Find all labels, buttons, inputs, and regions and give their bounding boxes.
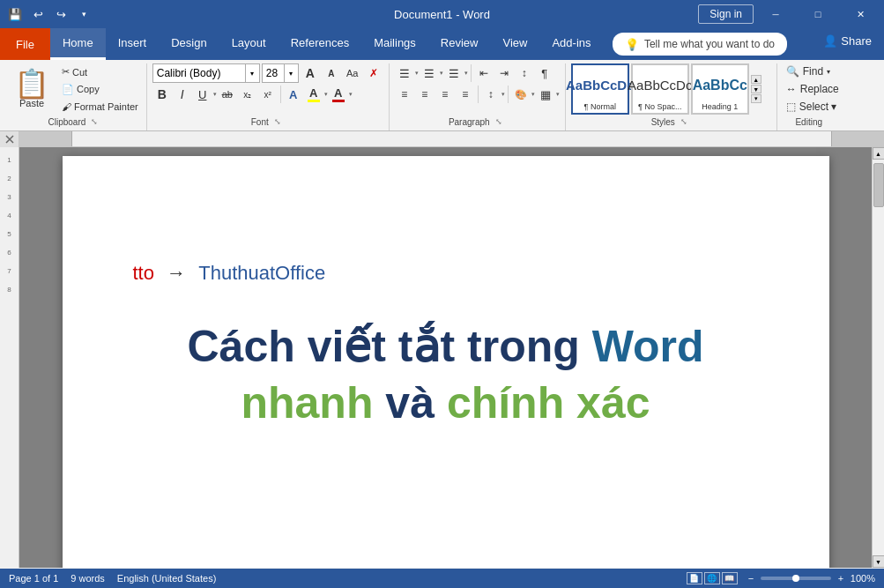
- multilevel-button[interactable]: ☰: [444, 63, 464, 83]
- scroll-up-btn[interactable]: ▲: [873, 147, 885, 160]
- select-button[interactable]: ⬚ Select ▾: [783, 99, 841, 115]
- format-painter-button[interactable]: 🖌 Format Painter: [59, 100, 141, 113]
- paste-button[interactable]: 📋 Paste: [9, 63, 55, 115]
- style-heading1-preview: AaBbCc: [693, 78, 747, 93]
- bullets-dropdown[interactable]: ▾: [415, 70, 419, 77]
- vertical-scrollbar[interactable]: ▲ ▼: [872, 147, 884, 568]
- zoom-out-btn[interactable]: −: [745, 572, 757, 584]
- find-dropdown[interactable]: ▾: [827, 68, 830, 76]
- underline-dropdown[interactable]: ▾: [213, 91, 217, 98]
- numbered-dropdown[interactable]: ▾: [440, 70, 443, 77]
- styles-scroll-down[interactable]: ▼: [751, 85, 761, 93]
- font-grow-button[interactable]: A: [301, 63, 320, 83]
- title-bar: 💾 ↩ ↪ ▾ Document1 - Word Sign in ─ □ ✕: [0, 0, 884, 28]
- align-left-button[interactable]: ≡: [395, 85, 414, 104]
- styles-scroll-up[interactable]: ▲: [751, 75, 761, 84]
- find-button[interactable]: 🔍 Find ▾: [783, 63, 834, 79]
- align-center-button[interactable]: ≡: [415, 85, 435, 104]
- copy-button[interactable]: 📄 Copy: [59, 83, 141, 96]
- bold-button[interactable]: B: [152, 85, 172, 104]
- sort-button[interactable]: ↕: [515, 63, 534, 83]
- design-menu[interactable]: Design: [159, 28, 219, 60]
- change-case-button[interactable]: Aa: [343, 63, 362, 83]
- font-color-dropdown[interactable]: ▾: [349, 91, 353, 98]
- font-shrink-button[interactable]: A: [322, 63, 341, 83]
- borders-dropdown[interactable]: ▾: [556, 91, 560, 98]
- ruler-corner[interactable]: [0, 131, 19, 147]
- document-area: tto → ThuthuatOffice Cách viết tắt trong…: [19, 147, 872, 568]
- layout-menu[interactable]: Layout: [219, 28, 279, 60]
- scroll-thumb[interactable]: [873, 163, 884, 207]
- strikethrough-button[interactable]: ab: [218, 85, 237, 104]
- highlight-dropdown[interactable]: ▾: [324, 91, 328, 98]
- style-normal[interactable]: AaBbCcDc ¶ Normal: [571, 63, 629, 115]
- undo-btn[interactable]: ↩: [28, 4, 48, 24]
- increase-indent-button[interactable]: ⇥: [494, 63, 514, 83]
- home-menu[interactable]: Home: [50, 28, 106, 60]
- insert-menu[interactable]: Insert: [106, 28, 160, 60]
- font-name-combo[interactable]: Calibri (Body) ▾: [152, 63, 260, 83]
- share-button[interactable]: 👤 Share: [816, 33, 879, 49]
- clipboard-expand-icon[interactable]: ⤡: [87, 115, 101, 129]
- text-effect-button[interactable]: A: [284, 85, 303, 104]
- print-layout-btn[interactable]: 📄: [687, 572, 702, 584]
- font-expand-icon[interactable]: ⤡: [271, 115, 285, 129]
- style-no-spacing[interactable]: AaBbCcDc ¶ No Spac...: [631, 63, 689, 115]
- text-highlight-button[interactable]: A: [304, 85, 323, 104]
- italic-button[interactable]: I: [173, 85, 192, 104]
- line-spacing-button[interactable]: ↕: [481, 85, 501, 104]
- justify-button[interactable]: ≡: [456, 85, 475, 104]
- page-info[interactable]: Page 1 of 1: [9, 573, 58, 584]
- minimize-button[interactable]: ─: [755, 0, 796, 28]
- zoom-thumb[interactable]: [792, 575, 799, 582]
- font-color-button[interactable]: A: [329, 85, 348, 104]
- read-mode-btn[interactable]: 📖: [722, 572, 738, 584]
- save-quick-btn[interactable]: 💾: [5, 4, 25, 24]
- shading-dropdown[interactable]: ▾: [531, 91, 535, 98]
- bullets-button[interactable]: ☰: [395, 63, 414, 83]
- web-layout-btn[interactable]: 🌐: [704, 572, 720, 584]
- review-menu[interactable]: Review: [428, 28, 491, 60]
- decrease-indent-button[interactable]: ⇤: [474, 63, 494, 83]
- thuthuat-text: ThuthuatOffice: [198, 262, 325, 284]
- references-menu[interactable]: References: [279, 28, 361, 60]
- style-heading1[interactable]: AaBbCc Heading 1: [691, 63, 749, 115]
- font-size-combo[interactable]: 28 ▾: [262, 63, 299, 83]
- word-count[interactable]: 9 words: [71, 573, 105, 584]
- addins-menu[interactable]: Add-ins: [539, 28, 603, 60]
- signin-button[interactable]: Sign in: [698, 4, 754, 24]
- numbered-button[interactable]: ☰: [420, 63, 439, 83]
- zoom-slider[interactable]: [761, 577, 831, 580]
- underline-button[interactable]: U: [193, 85, 212, 104]
- borders-button[interactable]: ▦: [536, 85, 555, 104]
- paste-icon: 📋: [14, 70, 49, 98]
- paragraph-expand-icon[interactable]: ⤡: [492, 115, 506, 129]
- clear-format-button[interactable]: ✗: [364, 63, 383, 83]
- para-sep1: [471, 64, 472, 82]
- subscript-button[interactable]: x₂: [238, 85, 257, 104]
- mailings-menu[interactable]: Mailings: [361, 28, 428, 60]
- language[interactable]: English (United States): [117, 573, 217, 584]
- redo-btn[interactable]: ↪: [51, 4, 71, 24]
- ruler-ticks: // Will be rendered via inline style tic…: [72, 131, 831, 146]
- zoom-in-btn[interactable]: +: [835, 572, 847, 584]
- view-menu[interactable]: View: [490, 28, 539, 60]
- styles-scroll-more[interactable]: ▾: [751, 94, 761, 103]
- multilevel-dropdown[interactable]: ▾: [464, 70, 468, 77]
- shading-button[interactable]: 🎨: [511, 85, 531, 104]
- superscript-button[interactable]: x²: [258, 85, 278, 104]
- zoom-percent[interactable]: 100%: [851, 573, 875, 584]
- styles-label: Styles ⤡: [571, 115, 771, 130]
- tell-me-box[interactable]: 💡 Tell me what you want to do: [613, 33, 787, 56]
- show-all-button[interactable]: ¶: [535, 63, 554, 83]
- maximize-button[interactable]: □: [798, 0, 838, 28]
- scroll-down-btn[interactable]: ▼: [873, 555, 885, 568]
- align-right-button[interactable]: ≡: [435, 85, 455, 104]
- styles-expand-icon[interactable]: ⤡: [677, 115, 691, 129]
- cut-button[interactable]: ✂ Cut: [59, 65, 141, 78]
- replace-button[interactable]: ↔ Replace: [783, 81, 843, 97]
- line-spacing-dropdown[interactable]: ▾: [501, 91, 505, 98]
- quick-access-dropdown[interactable]: ▾: [74, 4, 93, 24]
- file-menu[interactable]: File: [0, 28, 50, 60]
- close-button[interactable]: ✕: [840, 0, 880, 28]
